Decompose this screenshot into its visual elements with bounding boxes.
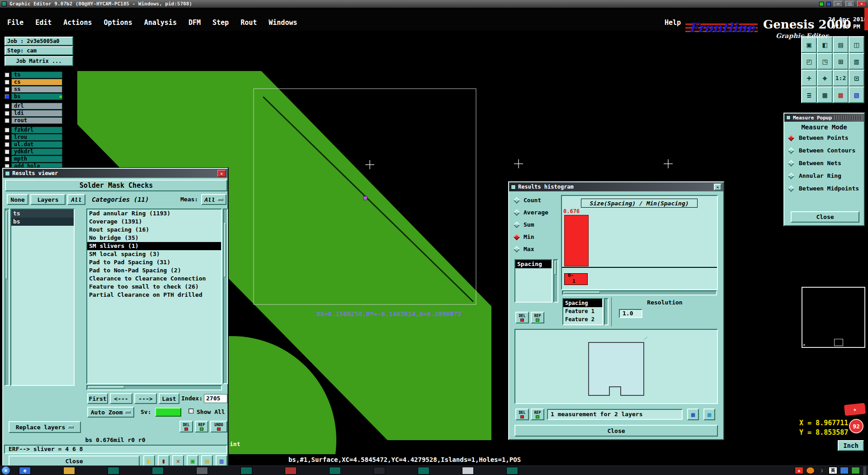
layer-row[interactable]: ts: [5, 71, 73, 78]
sv-color-swatch[interactable]: [155, 408, 181, 417]
layer-checkbox[interactable]: [5, 142, 9, 147]
list-item[interactable]: SM local spacing (3): [87, 250, 221, 258]
radio-selected-icon[interactable]: [788, 134, 794, 141]
show-desktop-strip[interactable]: [863, 466, 866, 475]
measure-popup-titlebar[interactable]: Measure Popup: [784, 114, 864, 122]
list-item[interactable]: Feature 1: [563, 307, 602, 315]
layer-row[interactable]: lrou: [5, 134, 73, 141]
menu-windows[interactable]: Windows: [269, 19, 297, 27]
taskbar-app-icon[interactable]: [108, 467, 119, 475]
mode-between-contours[interactable]: Between Contours: [789, 147, 855, 154]
nav-last-button[interactable]: Last: [159, 393, 179, 404]
radio-icon[interactable]: [514, 246, 520, 252]
taskbar-app-icon[interactable]: [285, 467, 297, 475]
layer-row[interactable]: mpth: [5, 156, 73, 162]
start-button[interactable]: ⊞: [2, 466, 10, 475]
menu-help[interactable]: Help: [665, 19, 681, 27]
radio-icon[interactable]: [788, 147, 794, 153]
layer-checkbox[interactable]: [5, 80, 9, 85]
layer-name[interactable]: cs: [11, 79, 62, 86]
menu-rout[interactable]: Rout: [241, 19, 257, 27]
list-item[interactable]: bs: [11, 218, 74, 226]
nav-next-button[interactable]: --->: [134, 393, 157, 404]
list-item[interactable]: Feature too small to check (26): [87, 283, 221, 291]
histogram-titlebar[interactable]: Results histogram ✕: [509, 182, 723, 191]
layer-checkbox[interactable]: [5, 135, 9, 140]
tool-misc-view[interactable]: ▧: [849, 86, 864, 103]
layer-name[interactable]: ss: [11, 86, 62, 93]
list-item[interactable]: Clearance to Clearance Connection: [87, 275, 221, 283]
menu-step[interactable]: Step: [212, 19, 229, 27]
stat-count[interactable]: Count: [514, 197, 541, 204]
category-list-scrollbar[interactable]: [223, 209, 228, 384]
show-all-checkbox[interactable]: [189, 408, 193, 413]
minimize-button[interactable]: —: [834, 1, 843, 7]
radio-icon[interactable]: [788, 185, 794, 191]
layer-row[interactable]: ul.dat: [5, 141, 73, 148]
layer-checkbox[interactable]: [5, 118, 9, 123]
layer-checkbox[interactable]: [5, 111, 9, 116]
tray-dict-icon[interactable]: ❖: [795, 467, 803, 474]
tray-green-icon[interactable]: [851, 467, 860, 474]
result-layer-list[interactable]: ts bs: [10, 209, 75, 386]
histogram-close-button[interactable]: Close: [514, 425, 718, 437]
list-item[interactable]: Coverage (1391): [87, 218, 221, 226]
layer-checkbox[interactable]: [5, 72, 9, 77]
close-button[interactable]: ✕: [857, 1, 866, 7]
filter-all-button[interactable]: All: [67, 194, 85, 205]
layer-checkbox[interactable]: [5, 87, 9, 92]
job-matrix-button[interactable]: Job Matrix ...: [5, 56, 73, 66]
measure-popup-close-button[interactable]: Close: [791, 211, 859, 223]
tray-ime-indicator[interactable]: 英: [829, 467, 837, 474]
stat-average[interactable]: Average: [514, 209, 548, 216]
list-item-selected[interactable]: Spacing: [515, 260, 552, 268]
layer-name[interactable]: ts: [11, 71, 62, 78]
overview-minimap[interactable]: ✕: [802, 287, 865, 348]
layer-name[interactable]: ul.dat: [11, 141, 62, 148]
auto-zoom-dropdown[interactable]: Auto Zoom: [87, 407, 134, 418]
list-item[interactable]: Partial Clearance on PTH drilled: [87, 291, 221, 299]
histogram-close-x[interactable]: ✕: [714, 184, 722, 190]
layer-name[interactable]: ydkdrl: [11, 148, 62, 155]
list-item[interactable]: Pad to Pad Spacing (31): [87, 258, 221, 266]
rep-button[interactable]: REP: [195, 421, 208, 432]
layer-row[interactable]: ldi: [5, 110, 73, 117]
taskbar-app-icon[interactable]: [63, 467, 75, 475]
tool-display-options[interactable]: ≡: [801, 86, 817, 103]
mode-between-midpoints[interactable]: Between Midpoints: [789, 185, 859, 192]
list-item[interactable]: Rout spacing (16): [87, 226, 221, 234]
menu-options[interactable]: Options: [104, 19, 132, 27]
notification-badge[interactable]: 92: [849, 419, 863, 433]
del-button[interactable]: DEL: [179, 421, 193, 432]
stat-sum[interactable]: Sum: [514, 221, 534, 228]
units-button[interactable]: Inch: [838, 440, 864, 451]
taskbar-app-icon[interactable]: [196, 467, 208, 475]
list-item[interactable]: Pad to Non-Pad Spacing (2): [87, 266, 221, 275]
stat-min[interactable]: Min: [514, 233, 534, 240]
menu-file[interactable]: File: [7, 19, 24, 27]
nav-first-button[interactable]: First: [87, 393, 108, 404]
menu-actions[interactable]: Actions: [63, 19, 92, 27]
menu-analysis[interactable]: Analysis: [144, 19, 177, 27]
list-item[interactable]: No bridge (35): [87, 234, 221, 242]
layer-name[interactable]: drl: [11, 103, 62, 109]
index-field[interactable]: 2705: [204, 394, 227, 403]
radio-icon[interactable]: [514, 209, 520, 215]
layer-list-scrollbar[interactable]: [5, 209, 9, 386]
mode-between-nets[interactable]: Between Nets: [789, 160, 841, 166]
results-viewer-titlebar[interactable]: Results viewer ✕: [3, 169, 227, 178]
layer-name[interactable]: mpth: [11, 156, 62, 162]
tool-zoom-1-2[interactable]: 1:2: [833, 70, 849, 86]
tool-table-view[interactable]: ▦: [817, 86, 833, 103]
list-item-selected[interactable]: SM slivers (1): [87, 242, 221, 250]
speedup-badge[interactable]: ★: [844, 403, 866, 416]
tray-moon-icon[interactable]: ☽: [817, 467, 826, 474]
radio-icon[interactable]: [788, 160, 794, 166]
category-list[interactable]: Pad annular Ring (1193) Coverage (1391) …: [86, 209, 222, 384]
category-hscrollbar[interactable]: [86, 385, 222, 390]
tray-orange-icon[interactable]: [806, 467, 815, 474]
histogram-rep-button[interactable]: REP: [531, 312, 544, 323]
list-item[interactable]: Pad annular Ring (1193): [87, 209, 221, 218]
layer-checkbox[interactable]: [5, 157, 9, 162]
resolution-value-field[interactable]: 1.0: [619, 309, 642, 318]
